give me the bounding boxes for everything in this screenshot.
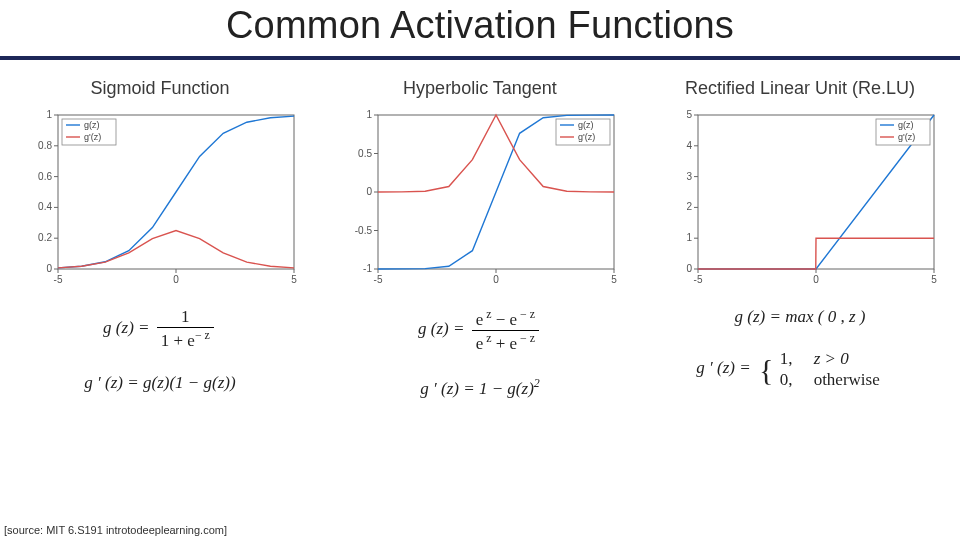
tanh-formulas: g (z) = e z − e − z e z + e − z g ′ (z) … [418,307,542,399]
sigmoid-gprime: g ′ (z) = g(z)(1 − g(z)) [84,373,235,393]
tanh-gprime: g ′ (z) = 1 − g(z)2 [418,376,542,399]
chart-relu: 012345-505g(z)g'(z) [660,109,940,289]
svg-text:5: 5 [686,109,692,120]
svg-text:-5: -5 [54,274,63,285]
chart-tanh: -1-0.500.51-505g(z)g'(z) [340,109,620,289]
charts-row: Sigmoid Function 00.20.40.60.81-505g(z)g… [0,64,960,399]
svg-text:-5: -5 [374,274,383,285]
sigmoid-g: g (z) = 1 1 + e− z [84,307,235,351]
panel-relu: Rectified Linear Unit (Re.LU) 012345-505… [650,64,950,399]
relu-g: g (z) = max ( 0 , z ) [696,307,903,327]
tanh-g-den: e z + e − z [472,330,539,354]
page-title: Common Activation Functions [0,0,960,47]
svg-text:1: 1 [686,232,692,243]
chart-sigmoid: 00.20.40.60.81-505g(z)g'(z) [20,109,300,289]
svg-text:5: 5 [291,274,297,285]
svg-text:2: 2 [686,201,692,212]
panel-sigmoid-title: Sigmoid Function [90,78,229,99]
sigmoid-g-num: 1 [157,307,214,327]
svg-text:g(z): g(z) [898,120,914,130]
svg-text:1: 1 [366,109,372,120]
source-attribution: [source: MIT 6.S191 introtodeeplearning.… [4,524,227,536]
svg-text:5: 5 [611,274,617,285]
svg-text:0.8: 0.8 [38,140,52,151]
panel-tanh-title: Hyperbolic Tangent [403,78,557,99]
svg-text:0.4: 0.4 [38,201,52,212]
panel-sigmoid: Sigmoid Function 00.20.40.60.81-505g(z)g… [10,64,310,399]
svg-text:0.5: 0.5 [358,148,372,159]
svg-text:4: 4 [686,140,692,151]
svg-text:0.6: 0.6 [38,171,52,182]
sigmoid-g-lhs: g (z) = [103,318,154,337]
slide: Common Activation Functions Sigmoid Func… [0,0,960,540]
tanh-g: g (z) = e z − e − z e z + e − z [418,307,542,354]
svg-text:0: 0 [46,263,52,274]
svg-text:-0.5: -0.5 [355,225,373,236]
panel-relu-title: Rectified Linear Unit (Re.LU) [685,78,915,99]
svg-text:3: 3 [686,171,692,182]
tanh-g-num: e z − e − z [472,307,539,330]
panel-tanh: Hyperbolic Tangent -1-0.500.51-505g(z)g'… [330,64,630,399]
svg-text:1: 1 [46,109,52,120]
svg-text:5: 5 [931,274,937,285]
svg-text:0: 0 [366,186,372,197]
svg-text:0: 0 [686,263,692,274]
svg-text:g'(z): g'(z) [84,132,101,142]
svg-text:g(z): g(z) [578,120,594,130]
title-underline [0,56,960,60]
svg-text:g'(z): g'(z) [578,132,595,142]
svg-text:0: 0 [813,274,819,285]
relu-gprime: g ′ (z) = { 1,z > 0 0,otherwise [696,349,903,390]
svg-text:0.2: 0.2 [38,232,52,243]
svg-text:-1: -1 [363,263,372,274]
svg-text:0: 0 [173,274,179,285]
svg-text:g(z): g(z) [84,120,100,130]
sigmoid-g-den: 1 + e− z [157,327,214,351]
svg-text:0: 0 [493,274,499,285]
relu-formulas: g (z) = max ( 0 , z ) g ′ (z) = { 1,z > … [696,307,903,390]
tanh-g-lhs: g (z) = [418,319,469,338]
sigmoid-formulas: g (z) = 1 1 + e− z g ′ (z) = g(z)(1 − g(… [84,307,235,394]
svg-text:g'(z): g'(z) [898,132,915,142]
svg-text:-5: -5 [694,274,703,285]
